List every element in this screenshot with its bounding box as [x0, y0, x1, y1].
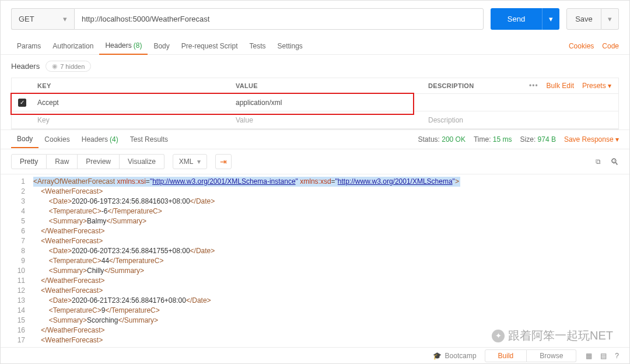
tab-pre-request-script[interactable]: Pre-request Script: [176, 37, 244, 55]
http-method-label: GET: [19, 15, 34, 23]
wechat-icon: ✦: [492, 330, 505, 342]
copy-icon[interactable]: ⧉: [596, 158, 601, 166]
wrap-lines-button[interactable]: ⇥: [215, 154, 232, 169]
headers-count-badge: (8): [134, 41, 142, 50]
build-mode-button[interactable]: Build: [485, 349, 527, 362]
bulk-edit-link[interactable]: Bulk Edit: [547, 82, 574, 90]
view-raw[interactable]: Raw: [47, 154, 78, 169]
panel-icon[interactable]: ▤: [600, 352, 607, 360]
more-options-icon[interactable]: •••: [529, 82, 538, 90]
time-label: Time: 15 ms: [474, 135, 512, 144]
search-icon[interactable]: 🔍︎: [610, 157, 619, 167]
time-value: 15 ms: [493, 135, 512, 144]
chevron-down-icon: ▾: [197, 158, 201, 166]
watermark: ✦ 跟着阿笨一起玩NET: [492, 328, 613, 344]
tab-headers[interactable]: Headers (8): [99, 37, 148, 55]
header-value-cell[interactable]: application/xml: [231, 99, 424, 107]
tab-headers-label: Headers: [105, 41, 131, 50]
header-key-placeholder[interactable]: Key: [33, 116, 231, 124]
header-value-placeholder[interactable]: Value: [231, 116, 424, 124]
eye-icon: ◉: [52, 62, 58, 70]
save-button[interactable]: Save: [566, 8, 601, 30]
tab-authorization[interactable]: Authorization: [47, 37, 99, 55]
hidden-headers-pill[interactable]: ◉7 hidden: [46, 61, 91, 72]
view-visualize[interactable]: Visualize: [120, 154, 164, 169]
format-label: XML: [179, 158, 194, 166]
checkbox-icon[interactable]: ✓: [18, 99, 26, 107]
column-value: VALUE: [231, 82, 424, 89]
send-button[interactable]: Send: [491, 8, 542, 30]
headers-title: Headers: [11, 62, 40, 71]
status-label: Status: 200 OK: [418, 135, 466, 144]
tab-settings[interactable]: Settings: [272, 37, 309, 55]
watermark-text: 跟着阿笨一起玩NET: [508, 328, 613, 344]
chevron-down-icon: ▾: [63, 15, 67, 23]
column-description: DESCRIPTION: [424, 82, 520, 89]
status-value: 200 OK: [442, 135, 466, 144]
browse-mode-button[interactable]: Browse: [527, 349, 576, 362]
column-key: KEY: [33, 82, 231, 89]
tab-body[interactable]: Body: [148, 37, 175, 55]
wrap-icon: ⇥: [220, 157, 227, 166]
response-tab-test-results[interactable]: Test Results: [124, 131, 174, 148]
http-method-dropdown[interactable]: GET ▾: [11, 8, 74, 30]
header-key-cell[interactable]: Accept: [33, 99, 231, 107]
headers-table: KEY VALUE DESCRIPTION ••• Bulk Edit Pres…: [11, 78, 619, 130]
url-input[interactable]: [74, 8, 484, 30]
response-headers-label: Headers: [82, 135, 108, 144]
send-dropdown-button[interactable]: ▾: [542, 8, 559, 30]
presets-dropdown[interactable]: Presets ▾: [582, 82, 611, 90]
chevron-down-icon: ▾: [549, 15, 553, 23]
code-link[interactable]: Code: [602, 42, 619, 50]
two-pane-icon[interactable]: ▦: [586, 352, 592, 360]
chevron-down-icon: ▾: [608, 15, 612, 23]
tab-params[interactable]: Params: [11, 37, 47, 55]
academic-cap-icon: 🎓: [433, 352, 442, 360]
tab-tests[interactable]: Tests: [243, 37, 271, 55]
format-dropdown[interactable]: XML ▾: [173, 154, 207, 169]
save-response-dropdown[interactable]: Save Response ▾: [564, 135, 619, 144]
header-description-placeholder[interactable]: Description: [424, 116, 520, 124]
view-pretty[interactable]: Pretty: [11, 154, 47, 169]
bootcamp-label: Bootcamp: [445, 352, 477, 360]
response-tab-headers[interactable]: Headers (4): [76, 131, 124, 148]
response-tab-cookies[interactable]: Cookies: [38, 131, 75, 148]
response-headers-count: (4): [110, 135, 118, 144]
hidden-headers-label: 7 hidden: [60, 63, 85, 70]
response-tab-body[interactable]: Body: [11, 131, 38, 148]
view-preview[interactable]: Preview: [78, 154, 120, 169]
presets-label: Presets: [582, 82, 606, 90]
help-icon[interactable]: ?: [615, 352, 619, 360]
save-response-label: Save Response: [564, 135, 614, 144]
size-value: 974 B: [538, 135, 556, 144]
bootcamp-link[interactable]: 🎓Bootcamp: [433, 352, 477, 360]
save-dropdown-button[interactable]: ▾: [601, 8, 619, 30]
size-label: Size: 974 B: [520, 135, 556, 144]
header-row-new[interactable]: Key Value Description: [12, 111, 618, 129]
cookies-link[interactable]: Cookies: [569, 42, 594, 50]
header-row[interactable]: ✓ Accept application/xml: [12, 94, 618, 111]
